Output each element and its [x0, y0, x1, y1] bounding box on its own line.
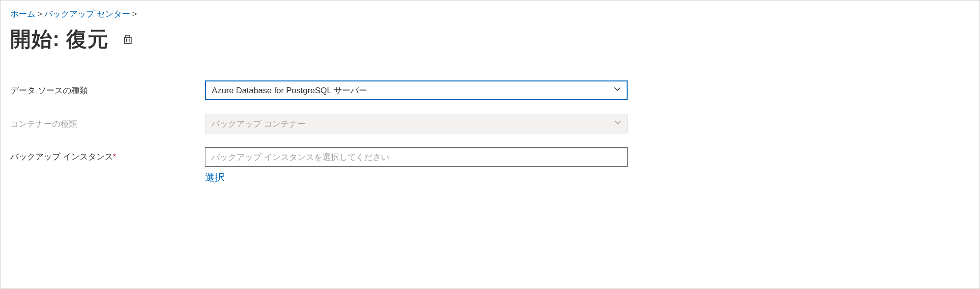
- breadcrumb-separator: >: [132, 9, 137, 19]
- title-row: 開始: 復元: [10, 26, 970, 53]
- svg-rect-1: [126, 35, 130, 37]
- row-datasource-type: データ ソースの種類 Azure Database for PostgreSQL…: [10, 80, 970, 100]
- input-backup-instance[interactable]: バックアップ インスタンスを選択してください: [205, 147, 628, 167]
- breadcrumb: ホーム > バックアップ センター >: [10, 8, 970, 20]
- chevron-down-icon: [614, 85, 621, 95]
- dropdown-datasource-type[interactable]: Azure Database for PostgreSQL サーバー: [205, 80, 628, 100]
- select-backup-instance-link[interactable]: 選択: [205, 171, 225, 184]
- row-container-type: コンテナーの種類 バックアップ コンテナー: [10, 114, 970, 133]
- row-backup-instance: バックアップ インスタンス* バックアップ インスタンスを選択してください 選択: [10, 147, 970, 184]
- label-container-type: コンテナーの種類: [10, 118, 205, 130]
- pin-icon[interactable]: [122, 34, 133, 45]
- dropdown-container-type: バックアップ コンテナー: [205, 114, 628, 133]
- required-indicator: *: [113, 152, 116, 161]
- dropdown-container-placeholder: バックアップ コンテナー: [211, 118, 306, 130]
- svg-rect-0: [124, 37, 131, 43]
- breadcrumb-backup-center[interactable]: バックアップ センター: [44, 8, 130, 20]
- page-title: 開始: 復元: [10, 26, 109, 53]
- input-backup-instance-placeholder: バックアップ インスタンスを選択してください: [211, 152, 389, 163]
- dropdown-datasource-value: Azure Database for PostgreSQL サーバー: [212, 85, 367, 96]
- breadcrumb-home[interactable]: ホーム: [10, 8, 35, 20]
- chevron-down-icon: [614, 119, 621, 129]
- breadcrumb-separator: >: [37, 9, 42, 19]
- label-datasource-type: データ ソースの種類: [10, 85, 205, 96]
- label-backup-instance: バックアップ インスタンス*: [10, 147, 205, 162]
